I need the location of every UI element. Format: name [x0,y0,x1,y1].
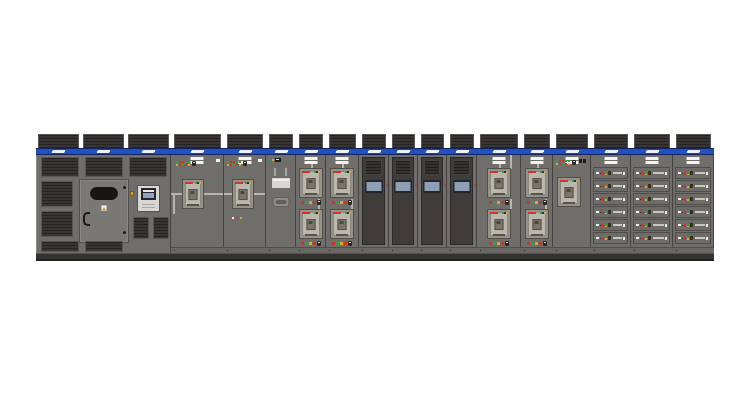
circuit-breaker[interactable] [299,209,323,239]
control-door[interactable] [421,157,443,245]
indicator-light [645,224,647,227]
louver-vent-icon [395,160,411,175]
breaker-handle[interactable] [613,185,622,187]
indicator-light [645,185,647,188]
breaker-handle[interactable] [653,224,664,226]
cubicle-body [224,155,266,247]
plinth [418,253,447,261]
circuit-breaker[interactable] [557,177,581,207]
feeder-unit-row [675,193,711,205]
selector-switch[interactable] [192,161,196,166]
control-door[interactable] [450,157,473,245]
pilot-light [415,184,417,186]
handle-tip [706,224,708,227]
switch-base [608,197,611,201]
breaker-handle[interactable] [695,211,705,213]
screw-icon [640,225,641,226]
breaker-handle[interactable] [695,172,705,174]
louver-vent-icon [269,134,293,148]
breaker-handle[interactable] [695,185,705,187]
selector-switch[interactable] [572,160,576,165]
generator-access-door[interactable] [79,179,129,243]
selector-switch[interactable] [348,200,352,205]
plinth [224,253,266,261]
selector-switch[interactable] [543,241,547,246]
circuit-breaker[interactable] [525,168,549,198]
control-power-transformer [271,177,291,189]
louver-vent-icon [676,134,711,148]
cubicle-body [477,155,521,247]
circuit-breaker[interactable] [487,168,511,198]
breaker-handle[interactable] [653,198,664,200]
nameplate [304,157,317,165]
feeder-label-tag [596,224,599,226]
indicator-light [562,160,564,162]
indicator-row [332,241,352,246]
hmi-screen[interactable] [364,180,383,193]
selector-switch[interactable] [317,200,321,205]
indicator-light [182,164,184,166]
breaker-handle[interactable] [695,198,705,200]
brand-band [36,148,171,155]
circuit-breaker[interactable] [487,209,511,239]
aux-indicator-row [269,158,281,162]
breaker-handle[interactable] [653,172,664,174]
selector-switch[interactable] [543,200,547,205]
hmi-screen[interactable] [423,180,442,193]
breaker-handle[interactable] [695,237,705,239]
brand-wordmark-icon [335,150,350,153]
hmi-screen[interactable] [394,180,413,193]
plinth [631,253,673,261]
breaker-handle[interactable] [653,237,664,239]
breaker-handle[interactable] [653,185,664,187]
screw-icon [600,173,601,174]
indicator-light [687,198,689,201]
door-handle[interactable] [83,212,90,226]
indicator-light [340,242,343,245]
circuit-breaker[interactable] [299,168,323,198]
breaker-handle[interactable] [613,211,622,213]
breaker-handle[interactable] [613,172,622,174]
indicator-light [602,185,604,188]
feeder-label-tag [636,224,639,226]
breaker-handle[interactable] [613,224,622,226]
feeder-label-tag [678,198,681,200]
breaker-rating-label [235,182,243,184]
screw-icon [682,173,683,174]
breaker-handle[interactable] [613,198,622,200]
circuit-breaker[interactable] [330,209,354,239]
controller-device[interactable] [137,185,160,212]
circuit-breaker[interactable] [525,209,549,239]
hmi-screen[interactable] [452,180,471,193]
feeder-label-tag [678,172,681,174]
control-door[interactable] [362,157,385,245]
trip-unit [239,189,248,200]
circuit-breaker[interactable] [182,179,204,209]
louver-vent-icon [634,134,670,148]
selector-switch[interactable] [505,241,509,246]
breaker-handle[interactable] [613,237,622,239]
brand-band [266,148,296,155]
selector-switch[interactable] [243,161,247,166]
indicator-light [568,160,570,162]
indicator-light [565,163,567,165]
breaker-handle[interactable] [653,211,664,213]
brand-wordmark-icon [304,150,319,153]
circuit-breaker[interactable] [330,168,354,198]
brand-wordmark-icon [274,150,289,153]
indicator-light [645,211,647,214]
indicator-light [684,198,686,201]
indicator-light [332,242,335,245]
louver-vent-icon [83,134,124,148]
handle-tip [665,224,667,227]
breaker-handle[interactable] [695,224,705,226]
circuit-breaker[interactable] [232,179,254,209]
selector-switch[interactable] [317,241,321,246]
selector-switch[interactable] [348,241,352,246]
feeder-label-tag [596,172,599,174]
screw-icon [640,186,641,187]
screw-icon [600,186,601,187]
selector-switch[interactable] [505,200,509,205]
control-door[interactable] [392,157,414,245]
handle-tip [665,172,667,175]
